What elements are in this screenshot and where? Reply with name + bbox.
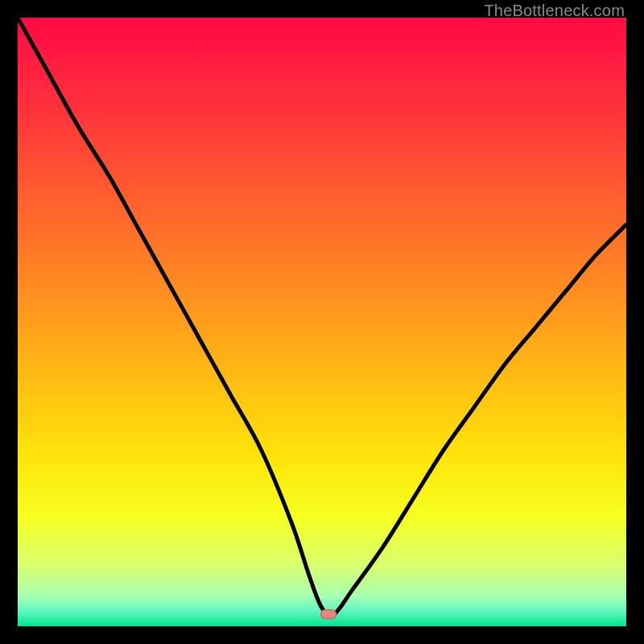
frame: TheBottleneck.com	[0, 0, 644, 644]
bottleneck-curve	[18, 18, 626, 615]
optimal-marker	[320, 609, 336, 619]
curve-layer	[18, 18, 626, 626]
plot-area	[18, 18, 626, 626]
